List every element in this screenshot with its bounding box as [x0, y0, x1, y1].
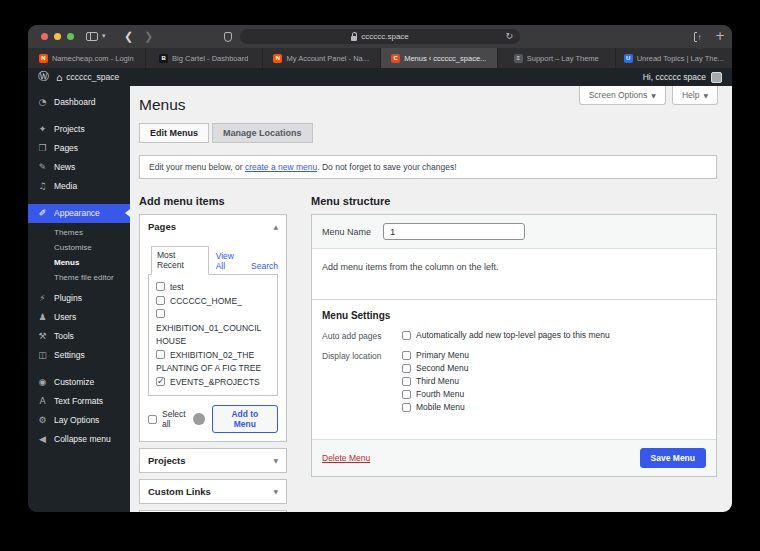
checkbox[interactable] [402, 331, 411, 340]
tab-view-all[interactable]: View All [216, 251, 244, 275]
browser-tab-bigcartel[interactable]: B Big Cartel - Dashboard [146, 48, 264, 68]
menu-settings-heading: Menu Settings [322, 310, 706, 321]
page-checkbox-item[interactable]: EXHIBITION_01_COUNCIL HOUSE [156, 309, 261, 346]
minimize-window-button[interactable] [54, 33, 61, 40]
reload-icon[interactable]: ↻ [505, 29, 513, 44]
sidebar-item-dashboard[interactable]: ◔ Dashboard [28, 93, 130, 112]
location-primary-checkbox[interactable]: Primary Menu [402, 350, 469, 360]
tab-edit-menus[interactable]: Edit Menus [139, 123, 209, 143]
checkbox[interactable] [402, 390, 411, 399]
help-button[interactable]: Help ▼ [672, 86, 718, 105]
settings-icon: ◫ [37, 350, 48, 361]
loading-spinner [193, 413, 204, 425]
tab-manage-locations[interactable]: Manage Locations [212, 123, 313, 143]
custom-links-panel-header[interactable]: Custom Links ▼ [140, 480, 286, 503]
tab-search[interactable]: Search [251, 261, 278, 275]
forward-icon[interactable]: ❯ [144, 25, 153, 48]
checkbox[interactable] [156, 309, 165, 318]
share-icon[interactable] [694, 32, 703, 42]
forum-favicon: U [624, 54, 633, 63]
paintbrush-icon: ✐ [37, 208, 48, 219]
privacy-shield-icon[interactable] [224, 32, 232, 42]
support-favicon: ≡ [514, 54, 523, 63]
letter-a-icon: A [37, 396, 48, 407]
appearance-submenu: Themes Customise Menus Theme file editor [28, 223, 130, 289]
pages-panel: Pages ▲ Most Recent View All Search test [139, 214, 287, 442]
add-to-menu-button[interactable]: Add to Menu [212, 405, 278, 433]
bigcartel-favicon: B [159, 54, 168, 63]
submenu-item-customise[interactable]: Customise [28, 240, 130, 255]
pencil-icon: ✎ [37, 162, 48, 173]
checkbox[interactable] [402, 377, 411, 386]
sidebar-item-pages[interactable]: ❐ Pages [28, 139, 130, 158]
browser-tab-support[interactable]: ≡ Support – Lay Theme [498, 48, 616, 68]
wordpress-logo-icon[interactable]: Ⓦ [38, 68, 49, 86]
sidebar-item-news[interactable]: ✎ News [28, 158, 130, 177]
new-tab-icon[interactable]: + [715, 25, 725, 48]
checkbox[interactable] [156, 282, 165, 291]
categories-panel-header[interactable]: Categories ▼ [140, 511, 286, 512]
tab-most-recent[interactable]: Most Recent [151, 246, 209, 275]
submenu-item-themes[interactable]: Themes [28, 225, 130, 240]
browser-window: ▾ ❮ ❯ cccccc.space ↻ + ⊞ N Namecheap.com… [28, 25, 732, 512]
chevron-down-icon: ▼ [651, 92, 656, 99]
page-checkbox-item[interactable]: EVENTS_&PROJECTS [156, 377, 260, 387]
address-bar[interactable]: cccccc.space ↻ [240, 29, 520, 44]
user-icon: ♟ [37, 312, 48, 323]
sidebar-item-customize[interactable]: ◉ Customize [28, 373, 130, 392]
admin-bar-site-link[interactable]: ⌂ cccccc_space [56, 72, 119, 83]
sidebar-item-media[interactable]: ♫ Media [28, 177, 130, 196]
create-new-menu-link[interactable]: create a new menu [245, 162, 317, 172]
location-mobile-checkbox[interactable]: Mobile Menu [402, 402, 469, 412]
auto-add-pages-checkbox[interactable]: Automatically add new top-level pages to… [402, 330, 610, 340]
pages-panel-header[interactable]: Pages ▲ [140, 215, 286, 238]
display-location-label: Display location [322, 350, 402, 415]
checkbox[interactable] [156, 377, 165, 386]
save-menu-button[interactable]: Save Menu [640, 448, 706, 468]
custom-links-panel: Custom Links ▼ [139, 479, 287, 504]
checkbox[interactable] [402, 351, 411, 360]
sidebar-toggle-icon[interactable] [86, 32, 98, 41]
checkbox[interactable] [402, 403, 411, 412]
media-icon: ♫ [37, 181, 48, 192]
checkbox[interactable] [156, 296, 165, 305]
submenu-item-theme-file-editor[interactable]: Theme file editor [28, 270, 130, 285]
sidebar-item-tools[interactable]: ⚒ Tools [28, 327, 130, 346]
checkbox[interactable] [156, 350, 165, 359]
page-checkbox-item[interactable]: CCCCCC_HOME_ [156, 296, 242, 306]
admin-bar-greeting[interactable]: Hi, cccccc space [643, 72, 706, 82]
sidebar-item-appearance[interactable]: ✐ Appearance [28, 204, 130, 223]
menu-name-label: Menu Name [322, 227, 371, 237]
sidebar-item-projects[interactable]: ✦ Projects [28, 120, 130, 139]
menu-name-input[interactable] [383, 223, 525, 240]
select-all-checkbox[interactable]: Select all [148, 409, 193, 429]
page-checkbox-item[interactable]: test [156, 282, 184, 292]
avatar[interactable] [711, 72, 722, 83]
back-icon[interactable]: ❮ [124, 25, 133, 48]
zoom-window-button[interactable] [67, 33, 74, 40]
checkbox[interactable] [148, 415, 157, 424]
location-third-checkbox[interactable]: Third Menu [402, 376, 469, 386]
submenu-item-menus[interactable]: Menus [28, 255, 130, 270]
sidebar-item-settings[interactable]: ◫ Settings [28, 346, 130, 365]
location-fourth-checkbox[interactable]: Fourth Menu [402, 389, 469, 399]
close-window-button[interactable] [41, 33, 48, 40]
browser-tab-menus-active[interactable]: C Menus ‹ cccccc_space... [381, 48, 499, 68]
sidebar-item-lay-options[interactable]: ⚙ Lay Options [28, 411, 130, 430]
sidebar-item-plugins[interactable]: ⚡ Plugins [28, 289, 130, 308]
projects-panel-header[interactable]: Projects ▼ [140, 449, 286, 472]
sidebar-item-collapse-menu[interactable]: ◀ Collapse menu [28, 430, 130, 449]
browser-tab-namecheap[interactable]: N Namecheap.com - Login [28, 48, 146, 68]
sidebar-item-text-formats[interactable]: A Text Formats [28, 392, 130, 411]
browser-tab-account-panel[interactable]: N My Account Panel - Na... [263, 48, 381, 68]
page-checkbox-item[interactable]: EXHIBITION_02_THE PLANTING OF A FIG TREE [156, 350, 261, 374]
location-second-checkbox[interactable]: Second Menu [402, 363, 469, 373]
sidebar-item-users[interactable]: ♟ Users [28, 308, 130, 327]
chevron-down-icon[interactable]: ▾ [102, 25, 106, 48]
collapse-arrow-icon: ◀ [37, 434, 48, 445]
delete-menu-link[interactable]: Delete Menu [322, 453, 370, 463]
browser-tab-unread-topics[interactable]: U Unread Topics | Lay The... [616, 48, 733, 68]
checkbox[interactable] [402, 364, 411, 373]
categories-panel: Categories ▼ [139, 510, 287, 512]
screen-options-button[interactable]: Screen Options ▼ [579, 86, 666, 105]
